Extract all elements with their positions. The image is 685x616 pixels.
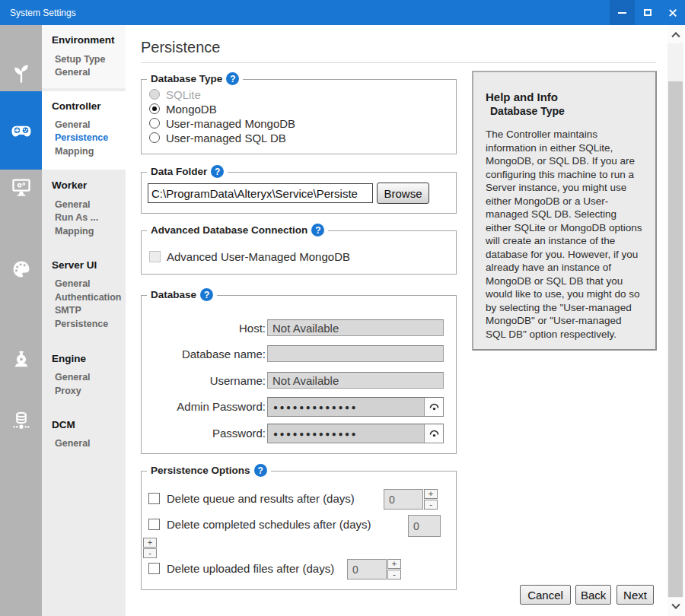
nav-header-worker: Worker bbox=[52, 179, 87, 191]
help-panel-subtitle: Database Type bbox=[490, 105, 655, 117]
radio-row-user-managed-sql-db[interactable]: User-managed SQL DB bbox=[149, 131, 286, 144]
plant-icon bbox=[11, 63, 32, 84]
nav-item-server-authentication[interactable]: Authentication bbox=[55, 292, 122, 303]
advanced-connection-help-icon[interactable]: ? bbox=[311, 224, 324, 237]
advanced-mongodb-checkbox[interactable] bbox=[149, 251, 161, 262]
password-reveal-icon bbox=[429, 430, 439, 438]
nav-item-server-persistence[interactable]: Persistence bbox=[55, 319, 108, 329]
delete-uploads-spinner: + - bbox=[387, 559, 401, 579]
persistence-options-legend-text: Persistence Options bbox=[151, 465, 250, 476]
rail-item-worker[interactable] bbox=[0, 175, 42, 199]
radio-row-mongodb[interactable]: MongoDB bbox=[149, 102, 217, 116]
radio-row-user-managed-mongodb[interactable]: User-managed MongoDB bbox=[149, 116, 295, 130]
nav-item-engine-proxy[interactable]: Proxy bbox=[55, 386, 81, 396]
close-icon bbox=[668, 8, 677, 17]
vertical-scrollbar[interactable] bbox=[667, 25, 683, 616]
delete-schedules-checkbox[interactable] bbox=[148, 519, 160, 530]
browse-button[interactable]: Browse bbox=[377, 183, 429, 204]
nav-header-environment: Environment bbox=[52, 34, 115, 46]
nav-item-worker-mapping[interactable]: Mapping bbox=[55, 226, 94, 237]
scrollbar-thumb[interactable] bbox=[668, 81, 683, 597]
help-panel-title: Help and Info bbox=[486, 90, 655, 103]
rail-item-dcm[interactable] bbox=[0, 408, 42, 433]
radio-sqlite[interactable] bbox=[149, 89, 160, 100]
nav-item-controller-general[interactable]: General bbox=[55, 119, 91, 130]
window-controls bbox=[610, 0, 685, 25]
radio-row-sqlite[interactable]: SQLite bbox=[149, 87, 201, 101]
gamepad-icon bbox=[10, 119, 33, 142]
host-label: Host: bbox=[142, 322, 266, 335]
monitor-gears-icon bbox=[11, 176, 32, 198]
nav-header-server-ui: Server UI bbox=[52, 259, 97, 271]
password-label: Password: bbox=[142, 427, 266, 440]
database-help-icon[interactable]: ? bbox=[200, 288, 213, 301]
minimize-button[interactable] bbox=[610, 0, 635, 25]
nav-header-engine: Engine bbox=[52, 353, 86, 364]
database-legend: Database ? bbox=[147, 288, 217, 301]
cancel-button[interactable]: Cancel bbox=[520, 585, 571, 605]
nav-item-server-smtp[interactable]: SMTP bbox=[55, 305, 81, 316]
host-field: Not Available bbox=[267, 319, 444, 336]
maximize-icon bbox=[644, 9, 652, 16]
chevron-up-icon bbox=[671, 32, 680, 40]
nav-header-dcm: DCM bbox=[52, 419, 75, 430]
radio-user-managed-sql-db[interactable] bbox=[149, 132, 160, 143]
delete-schedules-spin-up[interactable]: + bbox=[143, 538, 157, 548]
password-reveal-icon bbox=[429, 403, 439, 411]
delete-schedules-days-input[interactable]: 0 bbox=[408, 515, 441, 537]
database-network-icon bbox=[11, 410, 32, 431]
rail-item-environment[interactable] bbox=[0, 62, 42, 86]
username-field: Not Available bbox=[267, 372, 444, 389]
delete-uploads-checkbox[interactable] bbox=[148, 563, 160, 574]
train-icon bbox=[11, 349, 32, 370]
delete-uploads-days-input[interactable]: 0 bbox=[347, 559, 387, 579]
nav-item-setup-type[interactable]: Setup Type bbox=[55, 54, 105, 65]
database-type-help-icon[interactable]: ? bbox=[226, 72, 239, 85]
scroll-up-button[interactable] bbox=[667, 25, 683, 43]
nav-item-controller-persistence[interactable]: Persistence bbox=[55, 132, 108, 143]
delete-schedules-spinner: + - bbox=[143, 538, 157, 558]
nav-item-worker-run-as[interactable]: Run As ... bbox=[55, 212, 98, 223]
delete-queue-checkbox[interactable] bbox=[148, 493, 160, 504]
window-title: System Settings bbox=[10, 8, 76, 18]
back-button[interactable]: Back bbox=[575, 585, 611, 605]
delete-queue-days-input[interactable]: 0 bbox=[384, 489, 423, 510]
help-panel: Help and Info Database Type The Controll… bbox=[472, 71, 657, 351]
database-group: Database ? Host: Not Available Database … bbox=[141, 295, 457, 454]
nav-item-engine-general[interactable]: General bbox=[55, 372, 91, 383]
nav-header-controller: Controller bbox=[52, 100, 101, 112]
advanced-mongodb-label: Advanced User-Managed MongoDB bbox=[167, 250, 350, 263]
data-folder-input[interactable] bbox=[148, 183, 373, 203]
password-reveal-button[interactable] bbox=[424, 424, 443, 443]
persistence-options-group: Persistence Options ? Delete queue and r… bbox=[141, 471, 457, 590]
admin-password-reveal-button[interactable] bbox=[424, 398, 443, 416]
rail-item-engine[interactable] bbox=[0, 348, 42, 372]
rail-item-server-ui[interactable] bbox=[0, 257, 42, 281]
close-button[interactable] bbox=[660, 0, 685, 25]
title-divider bbox=[141, 62, 656, 63]
data-folder-help-icon[interactable]: ? bbox=[211, 165, 224, 178]
radio-user-managed-mongodb[interactable] bbox=[149, 118, 160, 129]
radio-mongodb[interactable] bbox=[149, 103, 160, 114]
maximize-button[interactable] bbox=[635, 0, 660, 25]
advanced-mongodb-row: Advanced User-Managed MongoDB bbox=[149, 249, 350, 263]
persistence-options-help-icon[interactable]: ? bbox=[254, 464, 267, 477]
delete-uploads-spin-down[interactable]: - bbox=[387, 570, 401, 579]
delete-uploads-label: Delete uploaded files after (days) bbox=[167, 562, 334, 575]
delete-queue-spin-down[interactable]: - bbox=[424, 500, 438, 510]
next-button[interactable]: Next bbox=[616, 585, 654, 605]
nav-item-server-general[interactable]: General bbox=[55, 278, 91, 289]
delete-queue-spin-up[interactable]: + bbox=[424, 489, 438, 499]
nav-item-worker-general[interactable]: General bbox=[55, 199, 91, 210]
nav-item-controller-mapping[interactable]: Mapping bbox=[55, 146, 94, 157]
scroll-down-button[interactable] bbox=[667, 598, 683, 616]
password-dots: ●●●●●●●●●●●●● bbox=[268, 424, 424, 443]
delete-uploads-spin-up[interactable]: + bbox=[387, 559, 401, 569]
nav-item-dcm-general[interactable]: General bbox=[55, 438, 91, 449]
rail-item-controller[interactable] bbox=[0, 91, 42, 170]
nav-item-environment-general[interactable]: General bbox=[55, 67, 91, 78]
help-panel-body: The Controller maintains information in … bbox=[486, 128, 643, 341]
radio-mongodb-label: MongoDB bbox=[166, 103, 217, 116]
delete-schedules-spin-down[interactable]: - bbox=[143, 548, 157, 558]
password-field: ●●●●●●●●●●●●● bbox=[267, 424, 444, 443]
